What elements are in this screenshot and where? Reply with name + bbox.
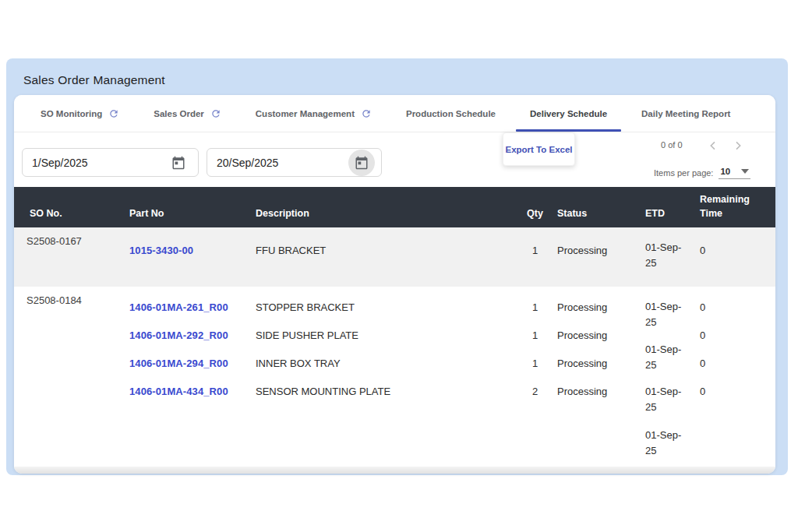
- chevron-left-icon[interactable]: [704, 137, 722, 154]
- status-cell: Processing: [557, 245, 645, 256]
- col-remaining-time: Remaining Time: [700, 193, 762, 220]
- part-no-link[interactable]: 1015-3430-00: [129, 245, 193, 256]
- page-title: Sales Order Management: [23, 73, 165, 87]
- items-per-page: Items per page: 10: [654, 167, 750, 179]
- tab-production-schedule[interactable]: Production Schedule: [389, 95, 513, 132]
- remaining-cell: 0: [700, 245, 775, 256]
- etd-value: 01-Sep-25: [645, 384, 687, 415]
- etd-value: 01-Sep-25: [645, 240, 687, 271]
- status-cell: Processing: [557, 358, 645, 369]
- description-cell: STOPPER BRACKET: [256, 301, 513, 313]
- part-no-link[interactable]: 1406-01MA-294_R00: [129, 358, 228, 369]
- dropdown-caret-icon: [741, 169, 749, 174]
- col-so-no: SO No.: [30, 207, 129, 221]
- status-cell: Processing: [557, 301, 645, 313]
- so-number: S2508-0184: [26, 294, 82, 306]
- description-cell: INNER BOX TRAY: [256, 358, 513, 369]
- refresh-icon[interactable]: [361, 108, 372, 119]
- part-no-link[interactable]: 1406-01MA-261_R00: [129, 301, 228, 313]
- description-cell: FFU BRACKET: [256, 245, 513, 256]
- remaining-cell: 0: [700, 301, 775, 313]
- tab-label: SO Monitoring: [41, 109, 102, 118]
- etd-value: 01-Sep-25: [645, 299, 687, 330]
- remaining-cell: 0: [700, 386, 775, 397]
- tab-daily-meeting-report[interactable]: Daily Meeting Report: [624, 95, 747, 132]
- items-per-page-label: Items per page:: [654, 168, 713, 178]
- tab-label: Production Schedule: [406, 109, 496, 118]
- sales-order-panel: Sales Order Management SO Monitoring Sal…: [6, 58, 788, 475]
- remaining-cell: 0: [700, 329, 775, 341]
- part-no-link[interactable]: 1406-01MA-292_R00: [129, 329, 228, 341]
- tab-label: Delivery Schedule: [530, 109, 607, 118]
- tab-label: Customer Management: [256, 109, 355, 118]
- tab-delivery-schedule[interactable]: Delivery Schedule: [513, 95, 624, 132]
- qty-cell: 1: [532, 329, 538, 341]
- chevron-right-icon[interactable]: [729, 137, 747, 154]
- qty-cell: 1: [532, 245, 538, 256]
- items-per-page-select[interactable]: 10: [719, 167, 750, 179]
- paginator-range: 0 of 0: [661, 140, 683, 150]
- tab-label: Sales Order: [154, 109, 204, 118]
- remaining-cell: 0: [700, 358, 775, 369]
- tab-label: Daily Meeting Report: [641, 109, 730, 118]
- refresh-icon[interactable]: [108, 108, 119, 119]
- col-qty: Qty: [527, 207, 543, 221]
- tab-so-monitoring[interactable]: SO Monitoring: [23, 95, 136, 132]
- status-cell: Processing: [557, 329, 645, 341]
- so-number: S2508-0167: [26, 235, 82, 247]
- col-description: Description: [256, 207, 513, 221]
- end-date-field[interactable]: [207, 148, 382, 177]
- part-no-link[interactable]: 1406-01MA-434_R00: [129, 386, 228, 397]
- col-status: Status: [557, 207, 645, 221]
- etd-value: 01-Sep-25: [645, 428, 687, 459]
- col-part-no: Part No: [129, 207, 256, 221]
- qty-cell: 1: [532, 358, 538, 369]
- tab-bar: SO Monitoring Sales Order Customer Manag…: [14, 95, 775, 132]
- col-etd: ETD: [645, 207, 700, 221]
- export-to-excel-button[interactable]: Export To Excel: [503, 132, 575, 166]
- tab-customer-management[interactable]: Customer Management: [238, 95, 389, 132]
- qty-cell: 1: [532, 301, 538, 313]
- status-cell: Processing: [557, 386, 645, 397]
- description-cell: SIDE PUSHER PLATE: [256, 329, 513, 341]
- start-date-input[interactable]: [32, 157, 165, 169]
- start-date-field[interactable]: [22, 148, 199, 177]
- tab-sales-order[interactable]: Sales Order: [136, 95, 238, 132]
- description-cell: SENSOR MOUNTING PLATE: [256, 386, 513, 397]
- etd-value: 01-Sep-25: [645, 342, 687, 373]
- calendar-icon[interactable]: [348, 150, 375, 176]
- refresh-icon[interactable]: [210, 108, 221, 119]
- qty-cell: 2: [532, 386, 538, 397]
- table-header: SO No. Part No Description Qty Status ET…: [14, 187, 775, 227]
- items-per-page-value: 10: [720, 167, 730, 176]
- end-date-input[interactable]: [217, 157, 348, 169]
- horizontal-scrollbar[interactable]: [14, 467, 775, 474]
- delivery-schedule-card: SO Monitoring Sales Order Customer Manag…: [14, 95, 775, 474]
- calendar-icon[interactable]: [165, 150, 192, 176]
